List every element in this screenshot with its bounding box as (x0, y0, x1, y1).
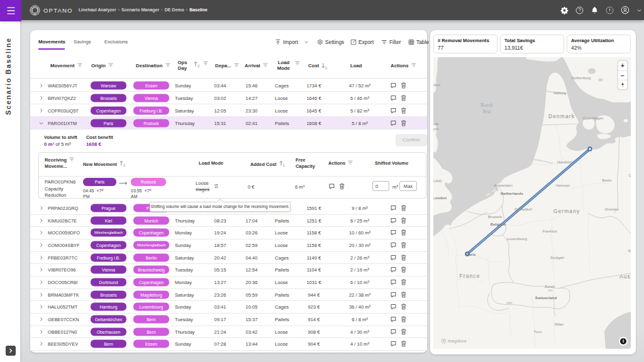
svg-text:Milan: Milan (555, 322, 564, 326)
svg-text:France: France (459, 273, 480, 279)
svg-text:North: North (480, 102, 493, 108)
svg-text:Frankfurt: Frankfurt (542, 229, 557, 233)
svg-text:Denmark: Denmark (548, 113, 575, 119)
svg-text:Hanover: Hanover (556, 184, 570, 187)
svg-text:Netherlands: Netherlands (501, 191, 523, 195)
svg-text:Amsterdam: Amsterdam (494, 184, 513, 187)
svg-text:Sea: Sea (483, 109, 491, 114)
svg-text:Germany: Germany (553, 208, 580, 214)
svg-text:Turin: Turin (534, 330, 542, 334)
svg-text:London: London (433, 195, 447, 200)
svg-text:C: C (628, 173, 631, 177)
svg-text:Brussels: Brussels (488, 215, 502, 219)
svg-text:deen: deen (433, 83, 440, 87)
svg-text:Switzerland: Switzerland (535, 295, 557, 300)
svg-text:Belgium: Belgium (491, 222, 506, 226)
svg-text:Paris: Paris (466, 252, 476, 256)
svg-text:Luxembourg: Luxembourg (507, 237, 527, 241)
svg-text:Berlin: Berlin (602, 178, 612, 182)
svg-text:otle: otle (433, 122, 438, 126)
svg-text:Aalborg: Aalborg (553, 91, 566, 95)
svg-text:Sl: Sl (628, 249, 631, 253)
svg-text:Hamburg: Hamburg (557, 160, 572, 164)
svg-text:Copenhagen: Copenhagen (582, 116, 603, 120)
svg-text:Stuttgart: Stuttgart (550, 256, 564, 260)
svg-text:yne: yne (433, 127, 438, 131)
svg-text:Gothenburg: Gothenburg (572, 76, 591, 80)
svg-text:Zurich: Zurich (545, 285, 555, 288)
svg-text:LAND: LAND (433, 179, 442, 183)
svg-text:Austr: Austr (619, 273, 631, 280)
svg-text:Düsseldorf: Düsseldorf (514, 207, 532, 211)
svg-text:Dresden: Dresden (605, 207, 619, 211)
